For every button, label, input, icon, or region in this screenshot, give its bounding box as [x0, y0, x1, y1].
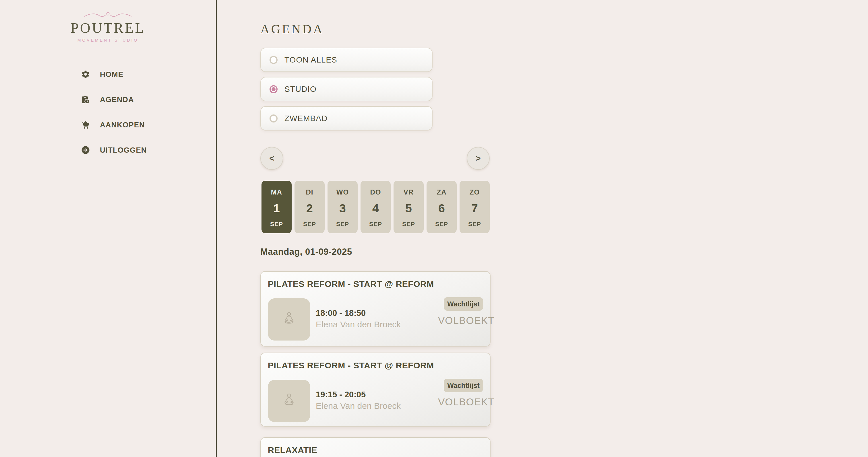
class-title: RELAXATIE: [268, 445, 317, 455]
day-date: 2: [306, 202, 313, 215]
class-instructor: Elena Van den Broeck: [316, 401, 401, 411]
waitlist-button[interactable]: Wachtlijst: [444, 379, 483, 392]
calendar-clock-icon: [81, 95, 90, 104]
day-month: SEP: [435, 221, 448, 228]
status-badge: VOLBOEKT: [438, 315, 488, 326]
class-card: PILATES REFORM - START @ REFORM 19:15 - …: [260, 353, 491, 427]
filter-label: TOON ALLES: [284, 55, 337, 65]
gear-icon: [81, 70, 90, 79]
brand-tagline: MOVEMENT STUDIO: [0, 38, 216, 42]
day-tile-wo-3[interactable]: WO 3 SEP: [328, 181, 358, 233]
location-filter-group: TOON ALLES STUDIO ZWEMBAD: [260, 47, 433, 135]
sidebar-item-agenda[interactable]: AGENDA: [81, 95, 147, 104]
squiggle-icon: [81, 11, 135, 19]
meditation-icon: [280, 392, 298, 410]
class-card: RELAXATIE: [260, 437, 491, 457]
day-month: SEP: [303, 221, 316, 228]
day-of-week: VR: [404, 188, 414, 196]
class-time: 18:00 - 18:50: [316, 308, 366, 318]
meditation-icon: [280, 311, 298, 329]
sidebar-item-label: AANKOPEN: [100, 121, 145, 129]
class-card: PILATES REFORM - START @ REFORM 18:00 - …: [260, 271, 491, 347]
day-date: 3: [339, 202, 346, 215]
filter-option-zwembad[interactable]: ZWEMBAD: [260, 106, 433, 131]
logout-icon: [81, 145, 90, 155]
day-date: 6: [438, 202, 445, 215]
selected-day-heading: Maandag, 01-09-2025: [260, 247, 352, 257]
class-time: 19:15 - 20:05: [316, 390, 366, 399]
brand-name: POUTREL: [0, 20, 216, 36]
sidebar: POUTREL MOVEMENT STUDIO HOME AGENDA: [0, 0, 217, 457]
day-date: 4: [372, 202, 379, 215]
radio-unselected-icon: [270, 56, 278, 64]
day-tile-za-6[interactable]: ZA 6 SEP: [427, 181, 457, 233]
sidebar-item-aankopen[interactable]: AANKOPEN: [81, 120, 147, 129]
radio-selected-icon: [270, 85, 278, 93]
sidebar-nav: HOME AGENDA AANKOPEN: [81, 70, 147, 171]
class-title: PILATES REFORM - START @ REFORM: [268, 361, 434, 370]
cart-arrow-icon: [81, 120, 90, 129]
day-tile-zo-7[interactable]: ZO 7 SEP: [460, 181, 490, 233]
day-of-week: WO: [336, 188, 349, 196]
filter-label: STUDIO: [284, 85, 317, 94]
sidebar-item-label: AGENDA: [100, 95, 134, 104]
day-tile-vr-5[interactable]: VR 5 SEP: [394, 181, 424, 233]
day-date: 5: [405, 202, 412, 215]
day-tile-do-4[interactable]: DO 4 SEP: [361, 181, 391, 233]
week-day-picker: MA 1 SEP DI 2 SEP WO 3 SEP DO 4 SEP VR 5…: [261, 181, 490, 233]
radio-unselected-icon: [270, 115, 278, 123]
day-month: SEP: [468, 221, 481, 228]
brand-logo: POUTREL MOVEMENT STUDIO: [0, 11, 216, 42]
day-of-week: ZA: [437, 188, 446, 196]
class-title: PILATES REFORM - START @ REFORM: [268, 279, 434, 289]
filter-option-toon-alles[interactable]: TOON ALLES: [260, 47, 433, 72]
class-instructor: Elena Van den Broeck: [316, 320, 401, 329]
class-image-placeholder: [268, 380, 310, 422]
day-month: SEP: [369, 221, 382, 228]
day-date: 1: [273, 202, 280, 215]
day-month: SEP: [402, 221, 415, 228]
day-date: 7: [471, 202, 478, 215]
day-of-week: DI: [306, 188, 313, 196]
filter-label: ZWEMBAD: [284, 114, 328, 123]
day-tile-di-2[interactable]: DI 2 SEP: [294, 181, 324, 233]
previous-week-button[interactable]: <: [260, 147, 283, 170]
day-of-week: ZO: [470, 188, 479, 196]
status-badge: VOLBOEKT: [438, 396, 488, 407]
day-of-week: DO: [370, 188, 381, 196]
sidebar-item-home[interactable]: HOME: [81, 70, 147, 79]
next-week-button[interactable]: >: [467, 147, 490, 170]
day-tile-ma-1[interactable]: MA 1 SEP: [261, 181, 291, 233]
day-month: SEP: [336, 221, 349, 228]
day-of-week: MA: [271, 188, 282, 196]
filter-option-studio[interactable]: STUDIO: [260, 77, 433, 101]
waitlist-button[interactable]: Wachtlijst: [444, 297, 483, 311]
sidebar-item-label: UITLOGGEN: [100, 146, 147, 155]
page-title: AGENDA: [260, 22, 324, 36]
class-image-placeholder: [268, 298, 310, 340]
sidebar-item-label: HOME: [100, 70, 123, 79]
day-month: SEP: [270, 221, 283, 228]
sidebar-item-uitloggen[interactable]: UITLOGGEN: [81, 145, 147, 155]
